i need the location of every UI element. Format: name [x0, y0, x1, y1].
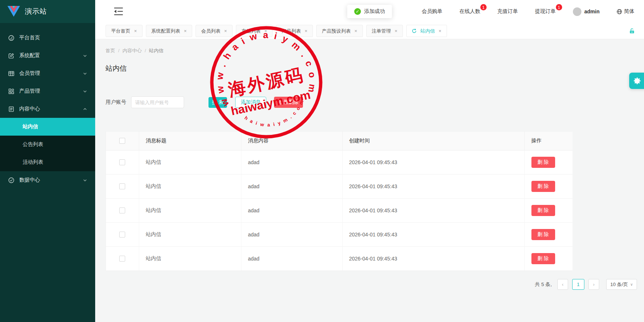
cell-content: adad: [241, 174, 342, 198]
tab-label: 充值列表: [241, 28, 261, 34]
table-icon: [8, 70, 14, 77]
notification-badge: 1: [480, 4, 487, 10]
tab-product-list[interactable]: 产品列表×: [276, 25, 313, 37]
cell-created: 2026-04-01 09:45:43: [342, 246, 524, 270]
topbar-item-withdraw-orders[interactable]: 提现订单1: [535, 8, 556, 15]
column-header: 消息标题: [139, 132, 241, 150]
tab-recharge-list[interactable]: 充值列表×: [236, 25, 273, 37]
cell-created: 2026-04-01 09:45:43: [342, 150, 524, 174]
unlock-icon[interactable]: [629, 28, 635, 34]
main-area: 会员购单在线人数1充值订单提现订单1 admin 简体: [95, 0, 644, 322]
tabbar: 平台首页×系统配置列表×会员列表×充值列表×产品列表×产品预设列表×注单管理×站…: [95, 23, 644, 39]
delete-button[interactable]: 删 除: [531, 205, 555, 216]
chevron-up-icon: [83, 107, 87, 111]
pagination-prev-button[interactable]: ‹: [557, 279, 568, 290]
globe-icon: [617, 9, 622, 14]
cell-title: 站内信: [139, 222, 241, 246]
user-menu[interactable]: admin: [573, 7, 600, 16]
logo-icon: [7, 6, 20, 17]
sidebar-item-member-manage[interactable]: 会员管理: [0, 64, 95, 82]
page-size-select[interactable]: 10 条/页 ∨: [606, 279, 637, 290]
row-checkbox[interactable]: [119, 159, 125, 165]
table-row: 站内信adad2026-04-01 09:45:43删 除: [106, 174, 573, 198]
tabs: 平台首页×系统配置列表×会员列表×充值列表×产品列表×产品预设列表×注单管理×站…: [106, 25, 447, 37]
row-checkbox[interactable]: [119, 232, 125, 238]
breadcrumb-item[interactable]: 内容中心: [123, 48, 142, 53]
check-circle-icon: [8, 177, 14, 183]
add-message-button[interactable]: 添加消息: [235, 97, 266, 108]
pagination-page-1[interactable]: 1: [572, 279, 584, 290]
settings-panel-button[interactable]: [629, 73, 644, 89]
table-row: 站内信adad2026-04-01 09:45:43删 除: [106, 198, 573, 222]
sidebar-collapse-button[interactable]: [114, 7, 123, 16]
delete-button[interactable]: 删 除: [531, 253, 555, 264]
sidebar-item-content-center[interactable]: 内容中心: [0, 100, 95, 118]
breadcrumb-separator: /: [118, 48, 120, 53]
sidebar-item-product-manage[interactable]: 产品管理: [0, 82, 95, 100]
pagination: 共 5 条, ‹ 1 › 10 条/页 ∨: [106, 279, 637, 290]
account-input[interactable]: [131, 96, 184, 108]
close-icon[interactable]: ×: [395, 28, 398, 34]
tab-system-config-list[interactable]: 系统配置列表×: [146, 25, 193, 37]
tab-member-list[interactable]: 会员列表×: [196, 25, 233, 37]
sidebar-item-system-config[interactable]: 系统配置: [0, 47, 95, 64]
row-select-cell: [106, 198, 139, 222]
delete-button[interactable]: 删 除: [531, 157, 555, 168]
row-checkbox[interactable]: [119, 208, 125, 213]
search-button[interactable]: 搜 索: [208, 97, 227, 108]
close-icon[interactable]: ×: [224, 28, 227, 34]
tab-bet-manage[interactable]: 注单管理×: [366, 25, 403, 37]
sidebar-item-label: 内容中心: [19, 106, 40, 112]
document-icon: [8, 106, 14, 112]
cell-created: 2026-04-01 09:45:43: [342, 174, 524, 198]
select-all-cell: [106, 132, 139, 150]
close-icon[interactable]: ×: [438, 28, 441, 34]
row-checkbox[interactable]: [119, 256, 125, 262]
sidebar-item-home[interactable]: 平台首页: [0, 29, 95, 47]
sidebar-subitem-activity-list[interactable]: 活动列表: [0, 153, 95, 171]
toast-text: 添加成功: [364, 8, 385, 15]
sidebar-item-label: 会员管理: [19, 70, 40, 77]
cell-title: 站内信: [139, 246, 241, 270]
close-icon[interactable]: ×: [134, 28, 137, 34]
tab-home[interactable]: 平台首页×: [106, 25, 143, 37]
batch-delete-button[interactable]: 批量删除: [274, 97, 303, 108]
delete-button[interactable]: 删 除: [531, 181, 555, 192]
topbar-item-recharge-orders[interactable]: 充值订单: [497, 8, 518, 15]
tab-site-message[interactable]: 站内信×: [406, 25, 447, 37]
pagination-next-button[interactable]: ›: [588, 279, 599, 290]
sidebar-subitem-site-message[interactable]: 站内信: [0, 118, 95, 136]
breadcrumb-item[interactable]: 首页: [106, 48, 115, 53]
toast-success: ✓ 添加成功: [347, 5, 392, 18]
topbar-item-online-count[interactable]: 在线人数1: [460, 8, 480, 15]
close-icon[interactable]: ×: [304, 28, 307, 34]
breadcrumb: 首页/内容中心/站内信: [106, 47, 634, 54]
gear-icon: [633, 76, 642, 86]
sidebar-item-data-center[interactable]: 数据中心: [0, 171, 95, 189]
row-checkbox[interactable]: [119, 183, 125, 189]
row-select-cell: [106, 150, 139, 174]
topbar-item-member-orders[interactable]: 会员购单: [422, 8, 443, 15]
cell-content: adad: [241, 150, 342, 174]
tab-label: 站内信: [420, 28, 435, 34]
cell-actions: 删 除: [524, 150, 573, 174]
tab-product-preset-list[interactable]: 产品预设列表×: [316, 25, 363, 37]
table-row: 站内信adad2026-04-01 09:45:43删 除: [106, 246, 573, 270]
refresh-icon: [412, 29, 417, 33]
sidebar-subitem-announcement-list[interactable]: 公告列表: [0, 136, 95, 153]
chevron-down-icon: [83, 89, 87, 93]
delete-button[interactable]: 删 除: [531, 229, 555, 240]
table-row: 站内信adad2026-04-01 09:45:43删 除: [106, 150, 573, 174]
chevron-down-icon: [83, 72, 87, 76]
sidebar: 演示站 平台首页系统配置会员管理产品管理内容中心站内信公告列表活动列表数据中心: [0, 0, 95, 322]
language-switcher[interactable]: 简体: [617, 8, 634, 15]
table-row: 站内信adad2026-04-01 09:45:43删 除: [106, 222, 573, 246]
caret-down-icon: ∨: [630, 282, 633, 286]
close-icon[interactable]: ×: [264, 28, 267, 34]
select-all-checkbox[interactable]: [119, 138, 125, 144]
column-header: 消息内容: [241, 132, 342, 150]
close-icon[interactable]: ×: [354, 28, 357, 34]
close-icon[interactable]: ×: [184, 28, 187, 34]
filter-row: 用户账号 搜 索 添加消息 批量删除: [106, 96, 634, 108]
cell-title: 站内信: [139, 150, 241, 174]
